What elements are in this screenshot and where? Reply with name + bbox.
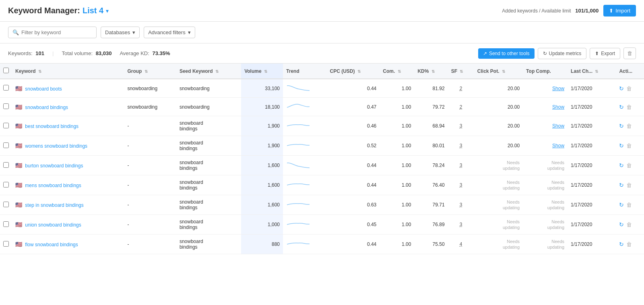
row-checkbox-cell[interactable] [0, 215, 12, 235]
topcomp-show-link[interactable]: Show [552, 143, 564, 148]
sf-cell: 3 [448, 195, 474, 215]
send-to-tools-button[interactable]: ↗ Send to other tools [478, 48, 535, 59]
delete-row-icon[interactable]: 🗑 [626, 241, 632, 247]
table-row: 🇺🇸 mens snowboard bindings - snowboardbi… [0, 175, 644, 195]
import-button[interactable]: ⬆ Import [603, 5, 636, 16]
keyword-sort-icon: ⇅ [38, 69, 41, 74]
delete-row-icon[interactable]: 🗑 [626, 221, 632, 228]
col-sf[interactable]: SF ⇅ [448, 64, 474, 79]
col-cpc[interactable]: CPC (USD) ⇅ [327, 64, 380, 79]
com-cell: 1.00 [380, 79, 414, 98]
action-icons: ↻ 🗑 [619, 142, 641, 149]
col-keyword[interactable]: Keyword ⇅ [12, 64, 124, 79]
com-cell: 1.00 [380, 195, 414, 215]
group-cell: - [124, 116, 176, 136]
flag-icon: 🇺🇸 [15, 142, 22, 149]
volume-cell: 18,100 [241, 98, 283, 116]
refresh-icon[interactable]: ↻ [619, 162, 624, 169]
keyword-filter-input[interactable] [21, 29, 92, 35]
keyword-link[interactable]: best snowboard bindings [25, 124, 78, 129]
row-checkbox[interactable] [3, 103, 9, 109]
keyword-link[interactable]: womens snowboard bindings [25, 143, 87, 149]
delete-row-icon[interactable]: 🗑 [626, 142, 632, 149]
sf-sort-icon: ⇅ [460, 69, 463, 74]
refresh-icon[interactable]: ↻ [619, 241, 624, 247]
needs-updating-clickpot: Needsupdating [503, 239, 520, 249]
group-cell: - [124, 235, 176, 254]
delete-row-icon[interactable]: 🗑 [626, 162, 632, 169]
sf-value: 2 [460, 86, 462, 91]
col-group[interactable]: Group ⇅ [124, 64, 176, 79]
advanced-filters-dropdown[interactable]: Advanced filters ▾ [144, 27, 195, 38]
row-checkbox-cell[interactable] [0, 175, 12, 195]
trend-cell [283, 98, 326, 116]
trend-cell [283, 116, 326, 136]
row-checkbox-cell[interactable] [0, 195, 12, 215]
refresh-icon[interactable]: ↻ [619, 142, 624, 149]
delete-row-icon[interactable]: 🗑 [626, 104, 632, 110]
export-button[interactable]: ⬆ Export [590, 48, 620, 59]
table-row: 🇺🇸 snowboard bindings snowboarding snowb… [0, 98, 644, 116]
select-all-header[interactable] [0, 64, 12, 79]
col-topcomp[interactable]: Top Comp. [523, 64, 568, 79]
row-checkbox-cell[interactable] [0, 116, 12, 136]
refresh-icon[interactable]: ↻ [619, 104, 624, 110]
keyword-link[interactable]: snowboard bindings [25, 105, 68, 110]
topcomp-show-link[interactable]: Show [552, 123, 564, 129]
keyword-link[interactable]: step in snowboard bindings [25, 202, 83, 208]
row-checkbox[interactable] [3, 142, 9, 148]
keyword-link[interactable]: union snowboard bindings [25, 222, 81, 228]
row-checkbox-cell[interactable] [0, 136, 12, 156]
databases-dropdown[interactable]: Databases ▾ [101, 27, 140, 38]
keyword-link[interactable]: mens snowboard bindings [25, 183, 81, 188]
clickpot-cell: Needsupdating [474, 195, 523, 215]
col-volume[interactable]: Volume ⇅ [241, 64, 283, 79]
stats-row: Keywords: 101 | Total volume: 83,030 Ave… [0, 43, 644, 63]
row-checkbox-cell[interactable] [0, 98, 12, 116]
keyword-link[interactable]: flow snowboard bindings [25, 242, 78, 247]
row-checkbox-cell[interactable] [0, 235, 12, 254]
clickpot-cell: 20.00 [474, 98, 523, 116]
list-dropdown-icon[interactable]: ▾ [106, 8, 109, 14]
refresh-icon[interactable]: ↻ [619, 123, 624, 129]
row-checkbox[interactable] [3, 241, 9, 247]
row-checkbox[interactable] [3, 221, 9, 227]
delete-row-icon[interactable]: 🗑 [626, 123, 632, 129]
row-checkbox-cell[interactable] [0, 156, 12, 175]
col-clickpot[interactable]: Click Pot. ⇅ [474, 64, 523, 79]
delete-selected-button[interactable]: 🗑 [623, 47, 636, 59]
col-kd[interactable]: KD% ⇅ [414, 64, 448, 79]
keyword-filter-wrapper: 🔍 [8, 27, 97, 38]
delete-row-icon[interactable]: 🗑 [626, 182, 632, 188]
refresh-icon[interactable]: ↻ [619, 182, 624, 188]
lastch-cell: 1/17/2020 [568, 175, 616, 195]
keyword-link[interactable]: snowboard boots [25, 86, 62, 92]
row-checkbox[interactable] [3, 182, 9, 188]
select-all-checkbox[interactable] [3, 68, 9, 73]
refresh-icon[interactable]: ↻ [619, 202, 624, 208]
clickpot-value: 20.00 [508, 104, 520, 110]
keyword-cell: 🇺🇸 union snowboard bindings [12, 215, 124, 235]
row-checkbox[interactable] [3, 162, 9, 168]
row-checkbox[interactable] [3, 202, 9, 207]
row-checkbox-cell[interactable] [0, 79, 12, 98]
row-checkbox[interactable] [3, 123, 9, 128]
keyword-cell: 🇺🇸 step in snowboard bindings [12, 195, 124, 215]
col-lastch[interactable]: Last Ch... ⇅ [568, 64, 616, 79]
col-seed[interactable]: Seed Keyword ⇅ [176, 64, 241, 79]
volume-cell: 880 [241, 235, 283, 254]
keyword-link[interactable]: burton snowboard bindings [25, 163, 83, 169]
topcomp-show-link[interactable]: Show [552, 104, 564, 110]
col-trend[interactable]: Trend [283, 64, 326, 79]
refresh-icon[interactable]: ↻ [619, 85, 624, 92]
delete-row-icon[interactable]: 🗑 [626, 202, 632, 208]
delete-row-icon[interactable]: 🗑 [626, 85, 632, 92]
topcomp-show-link[interactable]: Show [552, 86, 564, 91]
sf-value: 3 [460, 163, 462, 168]
refresh-icon[interactable]: ↻ [619, 221, 624, 228]
row-checkbox[interactable] [3, 85, 9, 91]
col-com[interactable]: Com. ⇅ [380, 64, 414, 79]
clickpot-cell: 20.00 [474, 116, 523, 136]
page-header: Keyword Manager: List 4 ▾ Added keywords… [0, 0, 644, 22]
update-metrics-button[interactable]: ↻ Update metrics [538, 48, 587, 59]
